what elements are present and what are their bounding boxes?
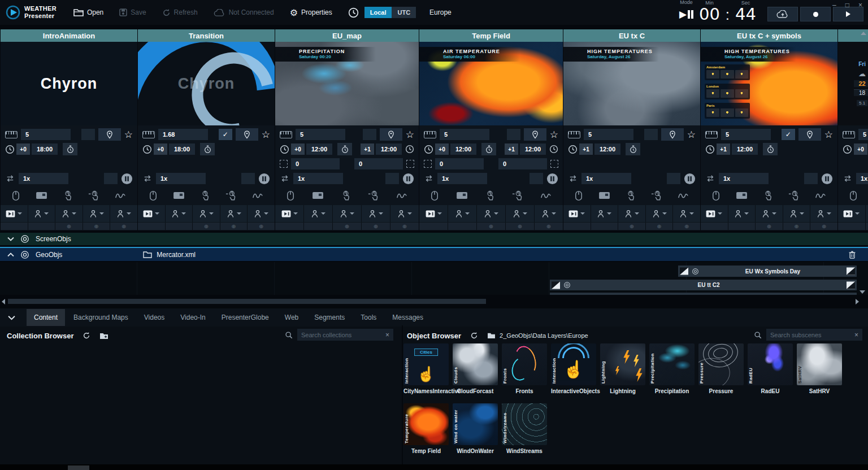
eye-icon[interactable]	[692, 268, 699, 275]
touch-icon[interactable]	[485, 190, 494, 201]
maximize-button[interactable]: □	[845, 1, 849, 9]
scroll-up-icon[interactable]	[861, 32, 866, 35]
object-thumbnail-citynamesinteractive[interactable]: Interaction Cities ☝	[403, 343, 449, 385]
pause-button[interactable]	[546, 173, 558, 185]
timeline-layer-bar[interactable]: EU Wx Symbols Day	[678, 266, 857, 277]
time-input[interactable]	[732, 143, 758, 155]
presenter-trigger-dropdown[interactable]	[728, 205, 756, 222]
location-pin-button[interactable]	[661, 128, 684, 141]
tab-segments[interactable]: Segments	[307, 309, 352, 326]
media-trigger-dropdown[interactable]	[275, 205, 303, 222]
presenter-trigger-dropdown[interactable]	[448, 205, 476, 222]
object-thumbnail-interactiveobjects[interactable]: Interaction ☝	[551, 343, 596, 385]
scene-tile-header[interactable]: EU_map	[275, 29, 419, 42]
local-toggle[interactable]: Local	[364, 7, 392, 18]
pause-button[interactable]	[402, 173, 414, 185]
location-pin-button[interactable]	[98, 128, 121, 141]
clear-search-icon[interactable]: ×	[854, 331, 858, 339]
utc-toggle[interactable]: UTC	[392, 7, 416, 18]
fade-out-icon[interactable]	[847, 267, 855, 275]
day-offset-button[interactable]: +1	[361, 143, 374, 155]
duration-input[interactable]	[158, 129, 208, 140]
pause-button[interactable]	[684, 173, 696, 185]
favorite-star-icon[interactable]: ☆	[687, 130, 696, 140]
duration-input[interactable]	[440, 129, 489, 140]
day-offset-button[interactable]: +1	[717, 143, 730, 155]
loop-count-input[interactable]	[856, 173, 868, 184]
panel-icon[interactable]	[736, 191, 748, 200]
fade-out-icon[interactable]	[847, 281, 855, 289]
presenter-trigger-dropdown[interactable]	[756, 205, 783, 222]
touch-drag-icon[interactable]	[788, 190, 799, 201]
chevron-down-icon[interactable]	[8, 315, 15, 320]
loop-count-input[interactable]	[156, 173, 206, 184]
time-input[interactable]	[376, 143, 402, 155]
media-trigger-dropdown[interactable]	[419, 205, 448, 222]
draw-path-icon[interactable]	[540, 192, 552, 200]
new-collection-folder-icon[interactable]	[99, 332, 108, 340]
mouse-icon[interactable]	[149, 190, 157, 201]
loop-count-input[interactable]	[19, 173, 68, 184]
loop-count-input[interactable]	[437, 173, 487, 184]
range-end-input[interactable]	[354, 158, 403, 169]
draw-path-icon[interactable]	[252, 192, 263, 200]
panel-icon[interactable]	[598, 191, 610, 200]
presenter-trigger-dropdown[interactable]	[28, 205, 55, 222]
refresh-icon[interactable]	[83, 332, 90, 340]
presenter-trigger-dropdown[interactable]	[304, 205, 332, 222]
media-trigger-dropdown[interactable]	[563, 205, 591, 222]
open-button[interactable]: Open	[73, 8, 103, 16]
mouse-icon[interactable]	[287, 190, 294, 201]
chevron-down-icon[interactable]	[7, 237, 14, 241]
day-offset-button[interactable]: +0	[154, 143, 167, 155]
timeline-layer-bar[interactable]: EU tt C2	[550, 280, 857, 290]
scrollbar-thumb[interactable]	[8, 299, 486, 304]
presenter-trigger-dropdown[interactable]	[110, 205, 137, 222]
favorite-star-icon[interactable]: ☆	[406, 130, 414, 140]
time-input[interactable]	[169, 143, 195, 155]
scene-tile-header[interactable]: EU tx C	[563, 29, 700, 42]
day-offset-button[interactable]: +0	[16, 143, 30, 155]
check-indicator[interactable]: ✓	[782, 129, 795, 140]
media-trigger-dropdown[interactable]	[1, 205, 28, 222]
object-thumbnail-sathrv[interactable]: SatHRV	[797, 343, 842, 385]
presenter-trigger-dropdown[interactable]	[535, 205, 563, 222]
fade-in-icon[interactable]	[552, 281, 560, 289]
range-end-input[interactable]	[498, 158, 547, 169]
day-offset-button[interactable]: +1	[579, 143, 593, 155]
stopwatch-button[interactable]	[63, 143, 77, 155]
presenter-trigger-dropdown[interactable]	[810, 205, 837, 222]
media-trigger-dropdown[interactable]	[838, 205, 865, 222]
touch-icon[interactable]	[341, 190, 350, 201]
day-offset-button[interactable]: +0	[854, 143, 867, 155]
panel-icon[interactable]	[312, 191, 324, 200]
presenter-trigger-dropdown[interactable]	[673, 205, 700, 222]
tab-background-maps[interactable]: Background Maps	[66, 309, 136, 326]
loop-count-input[interactable]	[581, 173, 631, 184]
touch-icon[interactable]	[626, 190, 635, 201]
location-pin-button[interactable]	[798, 128, 821, 141]
eye-icon[interactable]	[20, 234, 29, 243]
check-indicator[interactable]	[81, 129, 95, 140]
touch-drag-icon[interactable]	[512, 190, 523, 201]
object-thumbnail-fronts[interactable]: Fronts	[502, 343, 547, 385]
close-button[interactable]: ×	[858, 1, 862, 9]
draw-path-icon[interactable]	[815, 192, 826, 200]
presenter-trigger-dropdown[interactable]	[166, 205, 193, 222]
presenter-trigger-dropdown[interactable]	[591, 205, 618, 222]
presenter-trigger-dropdown[interactable]	[248, 205, 275, 222]
day-offset-button[interactable]: +0	[435, 143, 449, 155]
duration-input[interactable]	[721, 129, 771, 140]
scene-thumbnail[interactable]: PRECIPITATION Saturday 00:20 ☁	[275, 42, 419, 125]
object-thumbnail-temp-field[interactable]: Temperature	[403, 403, 449, 445]
loop-option-box[interactable]	[385, 173, 399, 184]
panel-icon[interactable]	[173, 191, 185, 200]
loop-option-box[interactable]	[804, 173, 818, 184]
play-pause-mode-icon[interactable]: ▶	[679, 6, 693, 23]
stopwatch-button[interactable]	[763, 143, 778, 155]
location-pin-button[interactable]	[380, 128, 402, 141]
presenter-trigger-dropdown[interactable]	[193, 205, 220, 222]
save-button[interactable]: Save	[119, 8, 146, 16]
object-thumbnail-radeu[interactable]: RadEU	[748, 343, 793, 385]
mouse-icon[interactable]	[849, 190, 857, 201]
